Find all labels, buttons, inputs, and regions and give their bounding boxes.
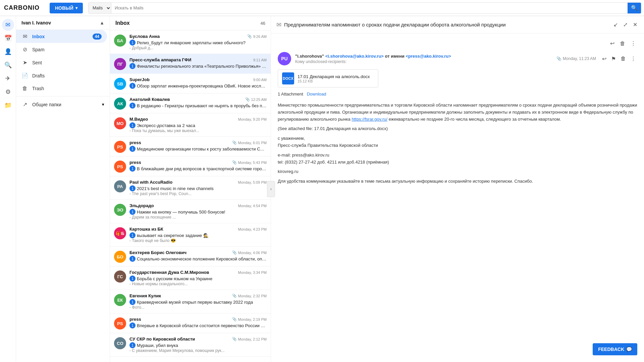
email-item-12[interactable]: ГС Государственная Дума С.М.Миронов Mond… (110, 266, 271, 290)
logo: CARBONIO (0, 4, 47, 11)
email-num-badge: 1 (129, 276, 136, 282)
email-item-13[interactable]: ЕК Евгения Кулик 📎 Monday, 2:32 PM 1 Кра… (110, 290, 271, 313)
topbar: CARBONIO НОВЫЙ ▾ Mails 🔍 (0, 0, 644, 16)
email-sender: Пресс-служба аппарата ГФИ (129, 57, 191, 62)
feedback-label: FEEDBACK (598, 347, 624, 352)
email-num-badge: 1 (129, 256, 136, 262)
email-item-5[interactable]: МО М.Видео Monday, 9:20 PM 1 Экспресс-до… (110, 113, 271, 137)
email-avatar: ЭО (114, 204, 126, 216)
email-header-row: press 📎 Monday, 6:01 PM (129, 140, 267, 145)
email-meta: 1 2021's best music in nine new channels (129, 185, 267, 191)
email-preview: - Фото... (129, 305, 267, 310)
email-item-4[interactable]: АК Анатолий Ковалев 📎 12:25 AM 1 В редак… (110, 94, 271, 113)
email-avatar: ГС (114, 270, 126, 283)
shared-label: Общие папки (32, 102, 98, 107)
email-item-9[interactable]: ЭО Эльдорадо Monday, 4:54 PM 1 Нажми на … (110, 200, 271, 223)
email-item-10[interactable]: 🎁Б Картошка из БК Monday, 4:23 PM 1 вызы… (110, 223, 271, 247)
fsrar-link[interactable]: https://fsrar.gov.ru/ (352, 117, 387, 122)
email-num-badge: 1 (129, 122, 136, 128)
sidebar-user[interactable]: Ivan I. Ivanov ▲ (16, 16, 110, 30)
delete-button[interactable]: 🗑 (619, 54, 627, 63)
rail-search-icon[interactable]: 🔍 (2, 59, 14, 71)
email-item-2[interactable]: ПГ Пресс-служба аппарата ГФИ 9:11 AM 1 Ф… (110, 54, 271, 74)
email-meta: 1 Экспресс-доставка за 2 часа (129, 122, 267, 128)
email-meta: 1 Впервые в Кировской области состоится … (129, 322, 267, 328)
email-avatar: PS (114, 141, 126, 153)
sidebar-item-sent[interactable]: ➤ Sent (16, 56, 107, 69)
detail-body: ↩ 🗑 ⋮ PU "i.shorohova" <i.shorohova@ako.… (271, 34, 644, 362)
flag-button[interactable]: ⚑ (610, 54, 617, 63)
email-content: SuperJob 9:00 AM 1 Обзор зарплат инженер… (129, 77, 267, 89)
reply-button[interactable]: ↩ (601, 54, 608, 63)
detail-avatar-text: PU (281, 56, 287, 61)
email-content: Пресс-служба аппарата ГФИ 9:11 AM 1 Фина… (129, 57, 267, 69)
sidebar-item-spam[interactable]: ⊘ Spam (16, 43, 107, 56)
minimize-button[interactable]: ↙ (612, 20, 619, 29)
email-header-row: Бехтерев Борис Олегович 📎 Monday, 4:06 P… (129, 250, 267, 255)
email-sender: Анатолий Ковалев (129, 97, 170, 102)
collapse-panel-button[interactable]: ‹ (267, 181, 275, 197)
email-item-14[interactable]: PS press 📎 Monday, 2:19 PM 1 Впервые в К… (110, 313, 271, 333)
email-item-1[interactable]: БА Буслова Анна 📎 9:26 AM 1 Релиз_Будут … (110, 31, 271, 54)
rail-tasks-icon[interactable]: ✈ (2, 72, 14, 84)
new-button-label: НОВЫЙ (55, 5, 73, 11)
more-button[interactable]: ⋮ (629, 54, 637, 63)
email-subject: В редакцию - Гериатры призывают не нырят… (137, 103, 267, 108)
new-button[interactable]: НОВЫЙ ▾ (50, 3, 83, 13)
more-top-button[interactable]: ⋮ (629, 39, 637, 48)
close-detail-button[interactable]: ✕ (632, 20, 639, 29)
detail-attach-icon: 📎 (556, 56, 561, 61)
email-item-11[interactable]: БО Бехтерев Борис Олегович 📎 Monday, 4:0… (110, 247, 271, 266)
search-input[interactable] (111, 3, 628, 13)
search-category-select[interactable]: Mails (89, 3, 111, 13)
email-meta: 1 Финалисты регионального этапа «Театрал… (129, 63, 267, 69)
maximize-button[interactable]: ⤢ (622, 20, 629, 29)
attachment-indicator: 📎 (232, 160, 237, 165)
email-count: 46 (261, 21, 265, 26)
email-subject: вызывает на секретное задание 🕵 (137, 233, 209, 238)
email-num-badge: 1 (129, 166, 136, 172)
email-preview: - Такого ещё не было 😎 (129, 238, 267, 243)
rail-calendar-icon[interactable]: 📅 (2, 32, 14, 44)
email-time-area: Monday, 5:09 PM (238, 180, 267, 184)
email-item-3[interactable]: SB SuperJob 9:00 AM 1 Обзор зарплат инже… (110, 74, 271, 94)
email-time-area: 📎 9:26 AM (247, 34, 267, 39)
email-subject: Мураши, убил внука (137, 343, 178, 348)
detail-date-text: Monday, 11:23 AM (563, 56, 596, 61)
rail-settings-icon[interactable]: ⚙ (2, 86, 14, 98)
sidebar-item-inbox[interactable]: ✉ Inbox 44 (16, 30, 107, 43)
on-behalf-text: от имени (385, 54, 405, 59)
email-item-7[interactable]: PS press 📎 Monday, 5:43 PM 1 В ближайшие… (110, 157, 271, 176)
email-header-row: СУ СКР по Кировской области 📎 Monday, 2:… (129, 337, 267, 342)
rail-files-icon[interactable]: 📁 (2, 99, 14, 111)
search-button[interactable]: 🔍 (628, 3, 641, 13)
email-content: Бехтерев Борис Олегович 📎 Monday, 4:06 P… (129, 250, 267, 262)
email-time: Monday, 4:54 PM (238, 204, 267, 208)
email-header-row: Анатолий Ковалев 📎 12:25 AM (129, 97, 267, 102)
email-time: Monday, 9:20 PM (238, 117, 267, 121)
sidebar-item-trash[interactable]: 🗑 Trash (16, 82, 107, 95)
email-sender: press (129, 160, 141, 165)
email-sender: Бехтерев Борис Олегович (129, 250, 186, 255)
feedback-button[interactable]: FEEDBACK 💬 (593, 343, 637, 355)
email-item-6[interactable]: PS press 📎 Monday, 6:01 PM 1 Медицинские… (110, 137, 271, 157)
email-avatar: CO (114, 337, 126, 349)
email-item-8[interactable]: РА Paul with AccuRadio Monday, 5:09 PM 1… (110, 176, 271, 200)
delete-top-button[interactable]: 🗑 (619, 39, 627, 48)
rail-mail-icon[interactable]: ✉ (2, 19, 14, 31)
sidebar-item-spam-label: Spam (32, 47, 102, 52)
rail-contacts-icon[interactable]: 👤 (2, 46, 14, 58)
sidebar-item-drafts[interactable]: 📄 Drafts (16, 69, 107, 82)
from-name: "i.shorohova" (295, 54, 324, 59)
detail-from-line: "i.shorohova" <i.shorohova@ako.kirov.ru>… (295, 54, 552, 59)
search-bar: Mails 🔍 (88, 2, 641, 14)
email-item-15[interactable]: CO СУ СКР по Кировской области 📎 Monday,… (110, 333, 271, 357)
email-content: Государственная Дума С.М.Миронов Monday,… (129, 270, 267, 286)
email-sender: М.Видео (129, 117, 148, 122)
download-link[interactable]: Download (307, 92, 326, 97)
email-list-title: Inbox (115, 20, 261, 26)
sidebar-shared-section[interactable]: ↗ Общие папки ▾ (16, 98, 110, 111)
reply-top-button[interactable]: ↩ (609, 39, 616, 48)
email-avatar: АК (114, 98, 126, 110)
attachment-info: 17.01 Декларация на алкоголь.docx 15.12 … (298, 74, 374, 83)
